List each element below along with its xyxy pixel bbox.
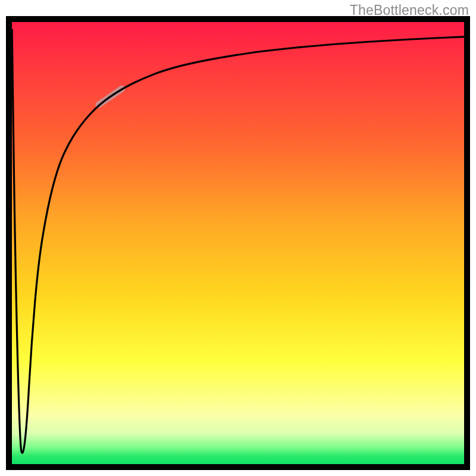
chart-container: TheBottleneck.com	[0, 0, 476, 476]
plot-area	[6, 16, 470, 470]
gradient-background	[6, 16, 470, 470]
